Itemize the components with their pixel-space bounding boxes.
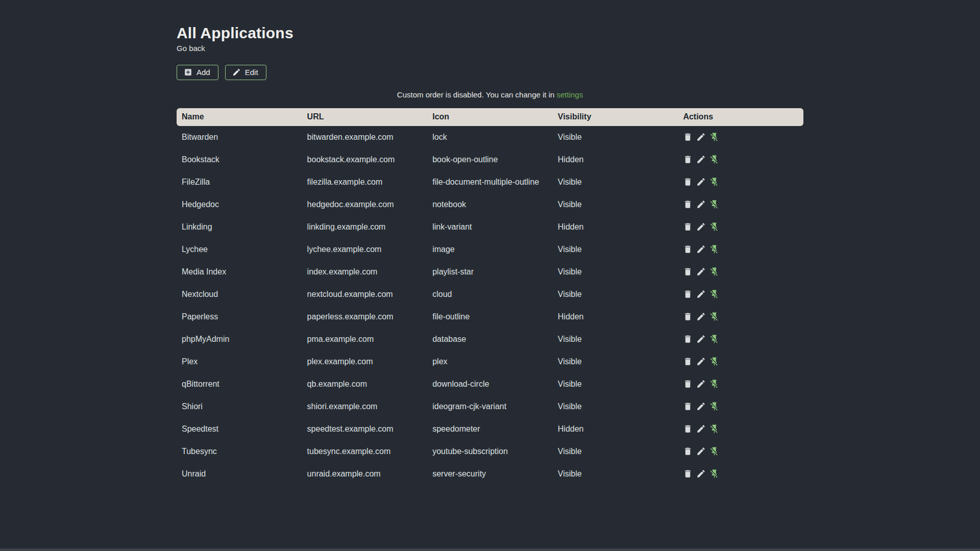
cell-visibility: Hidden <box>553 306 678 328</box>
delete-icon[interactable] <box>683 312 693 321</box>
cell-actions <box>678 395 803 418</box>
pin-off-icon[interactable] <box>709 222 719 232</box>
cell-actions <box>678 328 803 350</box>
cell-url: qb.example.com <box>302 373 428 395</box>
cell-name: Tubesync <box>177 440 302 463</box>
cell-visibility: Visible <box>553 283 678 306</box>
cell-actions <box>678 283 803 306</box>
cell-url: bookstack.example.com <box>302 148 428 171</box>
delete-icon[interactable] <box>683 132 693 142</box>
cell-actions <box>678 238 803 261</box>
cell-url: filezilla.example.com <box>302 171 428 193</box>
pin-off-icon[interactable] <box>709 132 719 142</box>
delete-icon[interactable] <box>683 199 693 209</box>
pin-off-icon[interactable] <box>709 357 719 366</box>
applications-table: Name URL Icon Visibility Actions Bitward… <box>177 108 803 485</box>
edit-icon[interactable] <box>696 267 706 277</box>
edit-icon[interactable] <box>696 357 706 366</box>
delete-icon[interactable] <box>683 155 693 164</box>
add-button[interactable]: Add <box>177 65 218 80</box>
edit-icon[interactable] <box>696 379 706 389</box>
cell-actions <box>678 261 803 283</box>
pin-off-icon[interactable] <box>709 177 719 187</box>
pin-off-icon[interactable] <box>709 199 719 209</box>
cell-icon: book-open-outline <box>427 148 553 171</box>
cell-visibility: Visible <box>553 350 678 373</box>
delete-icon[interactable] <box>683 402 693 411</box>
cell-icon: database <box>427 328 553 350</box>
cell-url: shiori.example.com <box>302 395 428 418</box>
cell-name: Plex <box>177 350 302 373</box>
settings-link[interactable]: settings <box>557 90 583 99</box>
table-row: phpMyAdmin pma.example.com database Visi… <box>177 328 803 350</box>
table-row: Hedgedoc hedgedoc.example.com notebook V… <box>177 193 803 216</box>
column-header-url: URL <box>302 108 428 126</box>
cell-icon: youtube-subscription <box>427 440 553 463</box>
delete-icon[interactable] <box>683 334 693 344</box>
delete-icon[interactable] <box>683 244 693 254</box>
edit-icon[interactable] <box>696 199 706 209</box>
cell-icon: file-document-multiple-outline <box>427 171 553 193</box>
cell-visibility: Visible <box>553 171 678 193</box>
cell-visibility: Hidden <box>553 418 678 440</box>
go-back-link[interactable]: Go back <box>177 43 205 54</box>
column-header-actions: Actions <box>678 108 803 126</box>
edit-button[interactable]: Edit <box>225 65 266 80</box>
cell-actions <box>678 216 803 238</box>
delete-icon[interactable] <box>683 177 693 187</box>
pin-off-icon[interactable] <box>709 402 719 411</box>
edit-icon[interactable] <box>696 222 706 232</box>
edit-icon[interactable] <box>696 244 706 254</box>
table-row: Nextcloud nextcloud.example.com cloud Vi… <box>177 283 803 306</box>
cell-visibility: Visible <box>553 261 678 283</box>
edit-icon[interactable] <box>696 155 706 164</box>
cell-url: nextcloud.example.com <box>302 283 428 306</box>
table-row: Shiori shiori.example.com ideogram-cjk-v… <box>177 395 803 418</box>
cell-name: Bitwarden <box>177 126 302 148</box>
table-row: Unraid unraid.example.com server-securit… <box>177 463 803 485</box>
delete-icon[interactable] <box>683 446 693 456</box>
table-row: Speedtest speedtest.example.com speedome… <box>177 418 803 440</box>
pin-off-icon[interactable] <box>709 244 719 254</box>
edit-icon[interactable] <box>696 402 706 411</box>
delete-icon[interactable] <box>683 222 693 232</box>
custom-order-notice: Custom order is disabled. You can change… <box>177 90 803 99</box>
delete-icon[interactable] <box>683 379 693 389</box>
pin-off-icon[interactable] <box>709 312 719 321</box>
edit-icon[interactable] <box>696 469 706 479</box>
cell-name: Speedtest <box>177 418 302 440</box>
cell-icon: link-variant <box>427 216 553 238</box>
pin-off-icon[interactable] <box>709 424 719 434</box>
pin-off-icon[interactable] <box>709 379 719 389</box>
pin-off-icon[interactable] <box>709 289 719 299</box>
pin-off-icon[interactable] <box>709 446 719 456</box>
cell-visibility: Visible <box>553 440 678 463</box>
delete-icon[interactable] <box>683 469 693 479</box>
edit-icon[interactable] <box>696 312 706 321</box>
table-row: Tubesync tubesync.example.com youtube-su… <box>177 440 803 463</box>
horizontal-scrollbar-track[interactable] <box>0 548 980 551</box>
edit-icon[interactable] <box>696 177 706 187</box>
delete-icon[interactable] <box>683 267 693 277</box>
cell-icon: cloud <box>427 283 553 306</box>
column-header-name: Name <box>177 108 302 126</box>
table-row: Bitwarden bitwarden.example.com lock Vis… <box>177 126 803 148</box>
cell-actions <box>678 463 803 485</box>
pin-off-icon[interactable] <box>709 334 719 344</box>
edit-icon[interactable] <box>696 334 706 344</box>
delete-icon[interactable] <box>683 357 693 366</box>
edit-button-label: Edit <box>245 68 258 77</box>
edit-icon[interactable] <box>696 424 706 434</box>
pin-off-icon[interactable] <box>709 267 719 277</box>
edit-icon[interactable] <box>696 132 706 142</box>
cell-name: Shiori <box>177 395 302 418</box>
delete-icon[interactable] <box>683 289 693 299</box>
edit-icon[interactable] <box>696 289 706 299</box>
pin-off-icon[interactable] <box>709 155 719 164</box>
pin-off-icon[interactable] <box>709 469 719 479</box>
table-row: FileZilla filezilla.example.com file-doc… <box>177 171 803 193</box>
toolbar: Add Edit <box>177 65 803 80</box>
edit-icon[interactable] <box>696 446 706 456</box>
column-header-visibility: Visibility <box>553 108 678 126</box>
delete-icon[interactable] <box>683 424 693 434</box>
